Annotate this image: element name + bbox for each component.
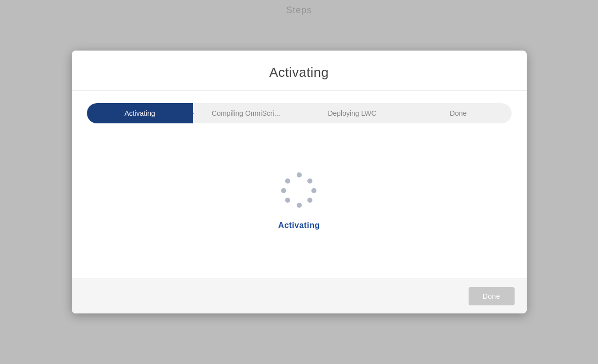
- spinner-label: Activating: [278, 221, 319, 230]
- step-done-step: Done: [405, 103, 512, 123]
- loading-spinner: [279, 170, 319, 211]
- modal-footer: Done: [72, 279, 527, 313]
- done-button[interactable]: Done: [469, 287, 515, 305]
- step-deploying: Deploying LWC: [299, 103, 405, 123]
- modal-title: Activating: [87, 65, 512, 80]
- modal-header: Activating: [72, 51, 527, 91]
- step-compiling: Compiling OmniScri...: [193, 103, 299, 123]
- modal-overlay: Activating Activating Compiling OmniScri…: [0, 0, 598, 364]
- modal-body: Activating Compiling OmniScri... Deployi…: [72, 91, 527, 279]
- spinner-container: Activating: [278, 144, 319, 266]
- modal-dialog: Activating Activating Compiling OmniScri…: [72, 51, 527, 313]
- step-activating: Activating: [87, 103, 193, 123]
- steps-bar: Activating Compiling OmniScri... Deployi…: [87, 103, 512, 123]
